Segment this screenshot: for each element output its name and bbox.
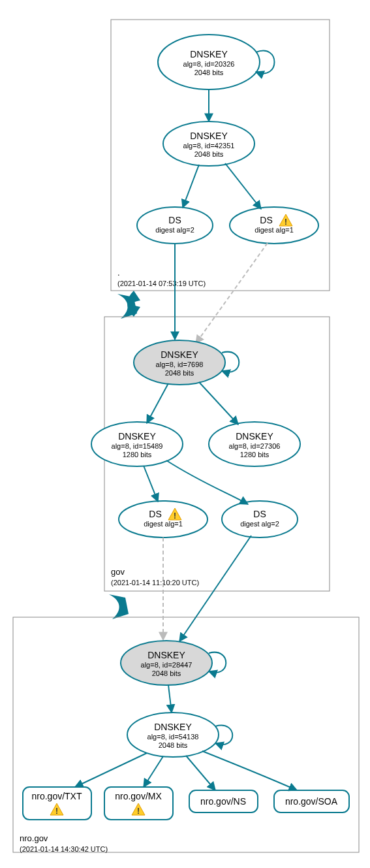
svg-text:DS: DS [253,509,266,519]
svg-text:!: ! [285,217,287,227]
svg-point-10 [137,207,213,244]
zone-gov: gov (2021-01-14 11:10:20 UTC) DNSKEY alg… [91,243,330,591]
rr-ns: nro.gov/NS [189,790,258,812]
svg-text:DNSKEY: DNSKEY [236,431,273,442]
zone-gov-label: gov [111,567,125,577]
svg-text:DS: DS [168,215,181,225]
svg-text:digest alg=1: digest alg=1 [254,226,294,234]
zone-root-time: (2021-01-14 07:53:19 UTC) [117,280,206,287]
svg-text:DNSKEY: DNSKEY [190,131,228,141]
zone-nro-time: (2021-01-14 14:30:42 UTC) [20,845,108,853]
svg-text:alg=8, id=54138: alg=8, id=54138 [147,733,199,741]
svg-text:1280 bits: 1280 bits [123,451,152,458]
svg-text:1280 bits: 1280 bits [240,451,270,458]
node-root-ds-1: DS digest alg=1 ! [230,207,318,244]
svg-text:digest alg=2: digest alg=2 [240,520,279,528]
svg-text:!: ! [174,511,176,521]
node-gov-ksk: DNSKEY alg=8, id=7698 2048 bits [134,340,225,385]
node-gov-zsk-27306: DNSKEY alg=8, id=27306 1280 bits [209,422,300,466]
node-root-ds-2: DS digest alg=2 [137,207,213,244]
svg-point-30 [119,501,208,538]
node-nro-zsk: DNSKEY alg=8, id=54138 2048 bits [127,713,219,757]
node-nro-ksk: DNSKEY alg=8, id=28447 2048 bits [121,641,212,685]
node-gov-zsk-15489: DNSKEY alg=8, id=15489 1280 bits [91,422,183,466]
node-gov-ds-2: DS digest alg=2 [222,501,298,538]
svg-text:nro.gov/TXT: nro.gov/TXT [31,791,82,801]
svg-text:nro.gov/SOA: nro.gov/SOA [285,796,338,807]
svg-text:alg=8, id=15489: alg=8, id=15489 [112,442,163,450]
zone-nro-label: nro.gov [20,833,48,843]
rr-txt: nro.gov/TXT ! [23,787,91,820]
svg-text:digest alg=2: digest alg=2 [155,226,194,234]
svg-text:alg=8, id=20326: alg=8, id=20326 [183,60,235,68]
svg-text:2048 bits: 2048 bits [152,669,181,677]
svg-text:DS: DS [149,509,161,519]
svg-text:alg=8, id=27306: alg=8, id=27306 [229,442,281,450]
svg-text:2048 bits: 2048 bits [165,369,194,377]
node-gov-ds-1: DS digest alg=1 ! [119,501,208,538]
svg-text:DNSKEY: DNSKEY [190,49,228,59]
rr-mx: nro.gov/MX ! [104,787,173,820]
svg-text:DNSKEY: DNSKEY [147,650,185,660]
svg-text:DNSKEY: DNSKEY [118,431,156,442]
node-root-zsk: DNSKEY alg=8, id=42351 2048 bits [163,121,254,166]
svg-text:nro.gov/NS: nro.gov/NS [200,796,246,807]
svg-text:digest alg=1: digest alg=1 [144,520,183,528]
svg-text:DNSKEY: DNSKEY [161,349,198,360]
node-root-ksk: DNSKEY alg=8, id=20326 2048 bits [158,35,260,89]
zone-root-label: . [117,268,120,278]
svg-text:alg=8, id=7698: alg=8, id=7698 [156,361,204,368]
svg-text:alg=8, id=42351: alg=8, id=42351 [183,142,235,150]
svg-text:2048 bits: 2048 bits [159,741,188,749]
svg-text:2048 bits: 2048 bits [194,150,224,158]
svg-point-13 [230,207,318,244]
rr-soa: nro.gov/SOA [274,790,349,812]
svg-text:alg=8, id=28447: alg=8, id=28447 [141,661,193,669]
svg-text:DNSKEY: DNSKEY [154,722,192,732]
svg-point-34 [222,501,298,538]
zone-gov-time: (2021-01-14 11:10:20 UTC) [111,579,199,587]
svg-text:!: ! [137,807,140,816]
zone-root: . (2021-01-14 07:53:19 UTC) DNSKEY alg=8… [111,20,330,291]
svg-text:!: ! [55,807,58,816]
svg-text:2048 bits: 2048 bits [194,69,224,76]
svg-text:nro.gov/MX: nro.gov/MX [115,791,162,801]
svg-text:DS: DS [260,215,272,225]
